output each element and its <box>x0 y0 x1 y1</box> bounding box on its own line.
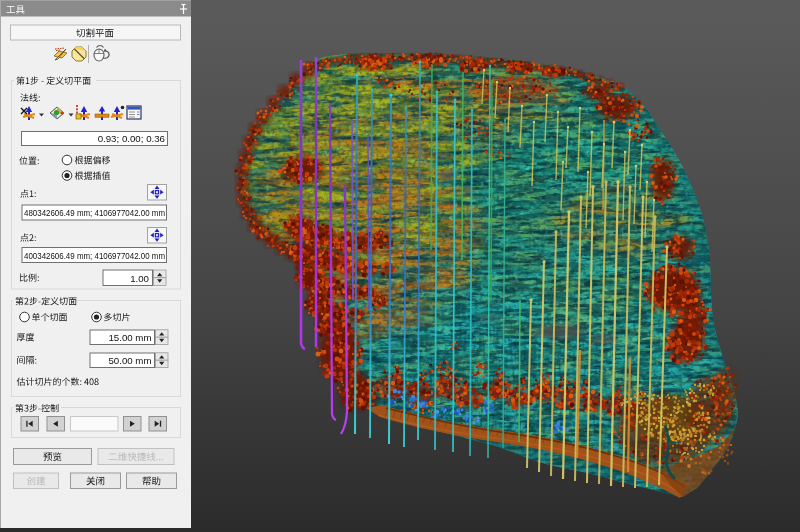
svg-text:400342606.49 mm; 4106977042.00: 400342606.49 mm; 4106977042.00 mm <box>24 251 165 261</box>
svg-text:0.93; 0.00; 0.36: 0.93; 0.00; 0.36 <box>98 133 165 144</box>
svg-text:15.00 mm: 15.00 mm <box>108 332 151 343</box>
svg-text:50.00 mm: 50.00 mm <box>108 355 151 366</box>
svg-text:1.00: 1.00 <box>130 273 149 284</box>
svg-text:480342606.49 mm; 4106977042.00: 480342606.49 mm; 4106977042.00 mm <box>24 208 165 218</box>
